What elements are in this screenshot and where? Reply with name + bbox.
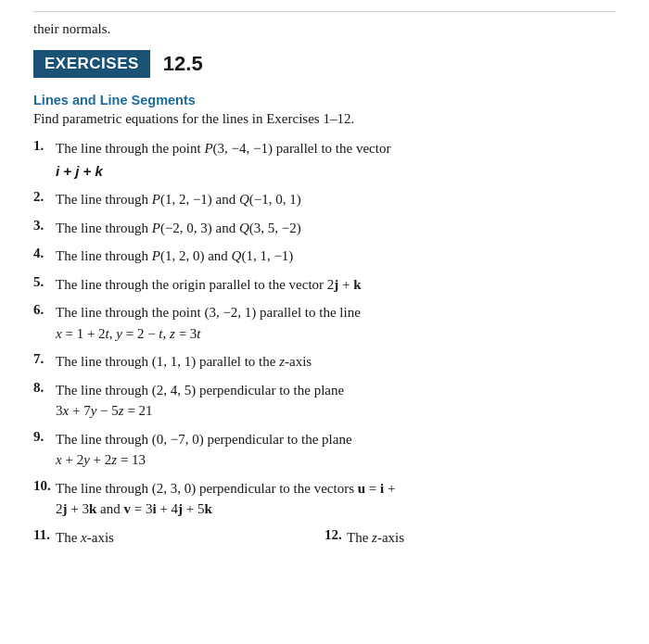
- list-item: 1. The line through the point P(3, −4, −…: [33, 138, 616, 182]
- exercises-badge: EXERCISES: [33, 50, 150, 78]
- page-container: their normals. EXERCISES 12.5 Lines and …: [0, 0, 649, 574]
- list-item: 4. The line through P(1, 2, 0) and Q(1, …: [33, 246, 616, 267]
- exercise-number: 8.: [33, 380, 56, 396]
- exercise-number: 6.: [33, 302, 56, 318]
- exercise-content: The line through P(1, 2, −1) and Q(−1, 0…: [56, 189, 616, 210]
- exercise-number: 3.: [33, 218, 56, 234]
- exercises-number: 12.5: [150, 52, 203, 76]
- list-item: 3. The line through P(−2, 0, 3) and Q(3,…: [33, 218, 616, 239]
- exercise-number: 5.: [33, 274, 56, 290]
- exercise-content: The line through (0, −7, 0) perpendicula…: [56, 429, 616, 471]
- exercise-content: The line through (2, 4, 5) perpendicular…: [56, 380, 616, 422]
- list-item: 5. The line through the origin parallel …: [33, 274, 616, 296]
- exercise-number: 4.: [33, 246, 56, 261]
- exercise-number: 11.: [33, 527, 56, 543]
- list-item: 6. The line through the point (3, −2, 1)…: [33, 302, 616, 344]
- exercise-content: The x-axis: [56, 527, 324, 549]
- list-item: 2. The line through P(1, 2, −1) and Q(−1…: [33, 189, 616, 210]
- exercise-content: The line through P(−2, 0, 3) and Q(3, 5,…: [56, 218, 616, 239]
- vector-text: i + j + k: [56, 161, 616, 183]
- top-text: their normals.: [33, 21, 616, 37]
- exercise-content: The line through P(1, 2, 0) and Q(1, 1, …: [56, 246, 616, 267]
- list-item: 8. The line through (2, 4, 5) perpendicu…: [33, 380, 616, 422]
- instruction: Find parametric equations for the lines …: [33, 111, 616, 127]
- top-divider: [33, 11, 616, 12]
- section-title: Lines and Line Segments: [33, 93, 616, 107]
- exercise-number: 12.: [324, 527, 347, 543]
- exercise-number: 9.: [33, 429, 56, 445]
- exercise-content: The line through the point P(3, −4, −1) …: [56, 138, 616, 182]
- exercise-content: The line through (2, 3, 0) perpendicular…: [56, 478, 616, 520]
- exercise-number: 10.: [33, 478, 56, 494]
- exercise-number: 2.: [33, 189, 56, 205]
- list-item: 10. The line through (2, 3, 0) perpendic…: [33, 478, 616, 520]
- exercise-content: The line through the origin parallel to …: [56, 274, 616, 296]
- exercise-number: 7.: [33, 351, 56, 367]
- exercise-number: 1.: [33, 138, 56, 154]
- list-item: 11. The x-axis 12. The z-axis: [33, 527, 616, 549]
- exercises-header: EXERCISES 12.5: [33, 50, 616, 78]
- exercise-content: The z-axis: [347, 527, 616, 549]
- exercises-list: 1. The line through the point P(3, −4, −…: [33, 138, 616, 548]
- list-item: 7. The line through (1, 1, 1) parallel t…: [33, 351, 616, 373]
- exercise-content: The line through (1, 1, 1) parallel to t…: [56, 351, 616, 373]
- list-item: 9. The line through (0, −7, 0) perpendic…: [33, 429, 616, 471]
- exercise-content: The line through the point (3, −2, 1) pa…: [56, 302, 616, 344]
